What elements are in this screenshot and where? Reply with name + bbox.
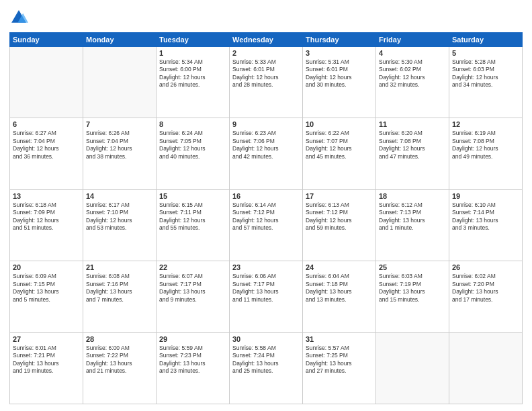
calendar-cell: 14Sunrise: 6:17 AM Sunset: 7:10 PM Dayli…	[83, 189, 157, 261]
day-info: Sunrise: 5:28 AM Sunset: 6:03 PM Dayligh…	[452, 58, 519, 89]
calendar-cell: 21Sunrise: 6:08 AM Sunset: 7:16 PM Dayli…	[83, 261, 157, 332]
calendar-cell: 31Sunrise: 5:57 AM Sunset: 7:25 PM Dayli…	[303, 332, 376, 404]
day-number: 15	[159, 192, 226, 200]
calendar-cell: 16Sunrise: 6:14 AM Sunset: 7:12 PM Dayli…	[230, 189, 303, 261]
day-info: Sunrise: 5:58 AM Sunset: 7:24 PM Dayligh…	[232, 345, 300, 375]
weekday-header: Friday	[376, 33, 449, 47]
logo-icon	[9, 8, 28, 27]
day-info: Sunrise: 6:01 AM Sunset: 7:21 PM Dayligh…	[13, 345, 80, 375]
header-row: SundayMondayTuesdayWednesdayThursdayFrid…	[10, 33, 523, 47]
calendar-cell: 29Sunrise: 5:59 AM Sunset: 7:23 PM Dayli…	[157, 332, 230, 404]
day-number: 30	[232, 335, 300, 343]
calendar-cell: 27Sunrise: 6:01 AM Sunset: 7:21 PM Dayli…	[10, 332, 83, 404]
day-number: 1	[159, 49, 226, 57]
day-info: Sunrise: 6:06 AM Sunset: 7:17 PM Dayligh…	[232, 273, 300, 304]
calendar-cell: 1Sunrise: 5:34 AM Sunset: 6:00 PM Daylig…	[157, 47, 230, 118]
weekday-header: Thursday	[303, 33, 376, 47]
calendar-cell	[449, 332, 523, 404]
calendar-week-row: 6Sunrise: 6:27 AM Sunset: 7:04 PM Daylig…	[10, 118, 523, 189]
day-number: 17	[306, 192, 373, 200]
day-info: Sunrise: 6:00 AM Sunset: 7:22 PM Dayligh…	[86, 345, 153, 375]
calendar-cell: 25Sunrise: 6:03 AM Sunset: 7:19 PM Dayli…	[376, 261, 449, 332]
day-number: 3	[306, 49, 373, 57]
calendar-cell: 23Sunrise: 6:06 AM Sunset: 7:17 PM Dayli…	[230, 261, 303, 332]
day-info: Sunrise: 6:20 AM Sunset: 7:08 PM Dayligh…	[379, 130, 446, 161]
day-info: Sunrise: 5:57 AM Sunset: 7:25 PM Dayligh…	[306, 345, 373, 375]
day-number: 12	[452, 120, 519, 128]
weekday-header: Saturday	[449, 33, 523, 47]
day-number: 20	[13, 263, 80, 271]
day-info: Sunrise: 6:15 AM Sunset: 7:11 PM Dayligh…	[159, 201, 226, 232]
day-number: 31	[306, 335, 373, 343]
day-number: 5	[452, 49, 519, 57]
day-info: Sunrise: 6:13 AM Sunset: 7:12 PM Dayligh…	[306, 201, 373, 232]
day-info: Sunrise: 6:09 AM Sunset: 7:15 PM Dayligh…	[13, 273, 80, 304]
weekday-header: Monday	[83, 33, 157, 47]
calendar-cell: 28Sunrise: 6:00 AM Sunset: 7:22 PM Dayli…	[83, 332, 157, 404]
day-info: Sunrise: 6:04 AM Sunset: 7:18 PM Dayligh…	[306, 273, 373, 304]
calendar-cell	[376, 332, 449, 404]
day-info: Sunrise: 6:17 AM Sunset: 7:10 PM Dayligh…	[86, 201, 153, 232]
day-number: 25	[379, 263, 446, 271]
calendar-cell: 30Sunrise: 5:58 AM Sunset: 7:24 PM Dayli…	[230, 332, 303, 404]
day-info: Sunrise: 6:19 AM Sunset: 7:08 PM Dayligh…	[452, 130, 519, 161]
day-info: Sunrise: 6:26 AM Sunset: 7:04 PM Dayligh…	[86, 130, 153, 161]
day-number: 18	[379, 192, 446, 200]
day-info: Sunrise: 6:22 AM Sunset: 7:07 PM Dayligh…	[306, 130, 373, 161]
weekday-header: Wednesday	[230, 33, 303, 47]
page: SundayMondayTuesdayWednesdayThursdayFrid…	[0, 0, 532, 411]
day-number: 19	[452, 192, 519, 200]
day-info: Sunrise: 5:59 AM Sunset: 7:23 PM Dayligh…	[159, 345, 226, 375]
day-number: 21	[86, 263, 153, 271]
day-number: 10	[306, 120, 373, 128]
day-number: 24	[306, 263, 373, 271]
day-number: 7	[86, 120, 153, 128]
day-number: 28	[86, 335, 153, 343]
day-number: 6	[13, 120, 80, 128]
weekday-header: Tuesday	[157, 33, 230, 47]
day-info: Sunrise: 6:24 AM Sunset: 7:05 PM Dayligh…	[159, 130, 226, 161]
day-info: Sunrise: 6:02 AM Sunset: 7:20 PM Dayligh…	[452, 273, 519, 304]
day-info: Sunrise: 5:30 AM Sunset: 6:02 PM Dayligh…	[379, 58, 446, 89]
day-number: 29	[159, 335, 226, 343]
calendar-cell: 7Sunrise: 6:26 AM Sunset: 7:04 PM Daylig…	[83, 118, 157, 189]
calendar-cell: 22Sunrise: 6:07 AM Sunset: 7:17 PM Dayli…	[157, 261, 230, 332]
day-number: 22	[159, 263, 226, 271]
calendar-cell	[10, 47, 83, 118]
calendar-cell: 10Sunrise: 6:22 AM Sunset: 7:07 PM Dayli…	[303, 118, 376, 189]
day-info: Sunrise: 6:12 AM Sunset: 7:13 PM Dayligh…	[379, 201, 446, 232]
day-info: Sunrise: 6:14 AM Sunset: 7:12 PM Dayligh…	[232, 201, 300, 232]
day-info: Sunrise: 5:34 AM Sunset: 6:00 PM Dayligh…	[159, 58, 226, 89]
calendar-cell: 3Sunrise: 5:31 AM Sunset: 6:01 PM Daylig…	[303, 47, 376, 118]
day-number: 26	[452, 263, 519, 271]
day-number: 13	[13, 192, 80, 200]
calendar-cell: 8Sunrise: 6:24 AM Sunset: 7:05 PM Daylig…	[157, 118, 230, 189]
calendar-week-row: 1Sunrise: 5:34 AM Sunset: 6:00 PM Daylig…	[10, 47, 523, 118]
calendar-cell: 15Sunrise: 6:15 AM Sunset: 7:11 PM Dayli…	[157, 189, 230, 261]
calendar-cell: 24Sunrise: 6:04 AM Sunset: 7:18 PM Dayli…	[303, 261, 376, 332]
calendar-cell: 4Sunrise: 5:30 AM Sunset: 6:02 PM Daylig…	[376, 47, 449, 118]
day-number: 16	[232, 192, 300, 200]
day-number: 9	[232, 120, 300, 128]
calendar-week-row: 13Sunrise: 6:18 AM Sunset: 7:09 PM Dayli…	[10, 189, 523, 261]
calendar-cell: 18Sunrise: 6:12 AM Sunset: 7:13 PM Dayli…	[376, 189, 449, 261]
header	[9, 8, 523, 27]
day-number: 4	[379, 49, 446, 57]
calendar-cell: 26Sunrise: 6:02 AM Sunset: 7:20 PM Dayli…	[449, 261, 523, 332]
day-number: 23	[232, 263, 300, 271]
calendar-cell: 6Sunrise: 6:27 AM Sunset: 7:04 PM Daylig…	[10, 118, 83, 189]
day-info: Sunrise: 5:31 AM Sunset: 6:01 PM Dayligh…	[306, 58, 373, 89]
day-number: 27	[13, 335, 80, 343]
logo	[9, 8, 31, 27]
calendar-cell: 11Sunrise: 6:20 AM Sunset: 7:08 PM Dayli…	[376, 118, 449, 189]
day-info: Sunrise: 6:23 AM Sunset: 7:06 PM Dayligh…	[232, 130, 300, 161]
calendar-cell	[83, 47, 157, 118]
day-info: Sunrise: 5:33 AM Sunset: 6:01 PM Dayligh…	[232, 58, 300, 89]
calendar-cell: 19Sunrise: 6:10 AM Sunset: 7:14 PM Dayli…	[449, 189, 523, 261]
calendar-cell: 13Sunrise: 6:18 AM Sunset: 7:09 PM Dayli…	[10, 189, 83, 261]
day-info: Sunrise: 6:08 AM Sunset: 7:16 PM Dayligh…	[86, 273, 153, 304]
day-info: Sunrise: 6:27 AM Sunset: 7:04 PM Dayligh…	[13, 130, 80, 161]
calendar-cell: 2Sunrise: 5:33 AM Sunset: 6:01 PM Daylig…	[230, 47, 303, 118]
day-info: Sunrise: 6:07 AM Sunset: 7:17 PM Dayligh…	[159, 273, 226, 304]
day-number: 11	[379, 120, 446, 128]
